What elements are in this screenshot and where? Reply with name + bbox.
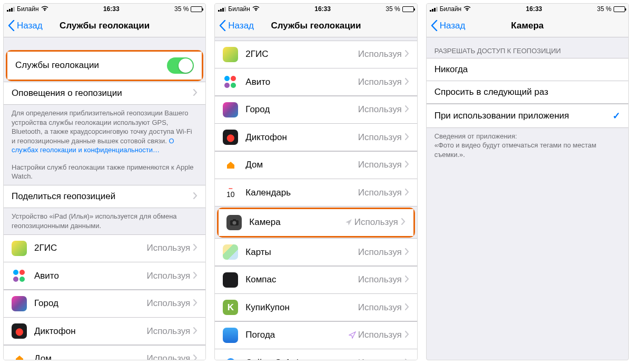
svg-point-3 [226, 358, 235, 360]
app-icon-diktofon: ⬤ [12, 323, 27, 339]
back-button[interactable]: Назад [8, 20, 43, 31]
app-row-2gis[interactable]: 2ГИСИспользуя [215, 41, 417, 68]
app-icon-dom [12, 351, 27, 360]
chevron-right-icon [193, 191, 197, 202]
app-icon-compass [223, 272, 238, 288]
status-time: 16:33 [103, 5, 120, 13]
battery-icon [614, 6, 625, 12]
chevron-right-icon [193, 298, 197, 309]
app-icon-camera [226, 215, 242, 230]
nav-bar: Назад Службы геолокации [215, 14, 417, 37]
chevron-right-icon [405, 132, 409, 143]
app-icon-gorod [223, 102, 238, 117]
screen-1: Билайн 16:33 35 % Назад Службы геолокаци… [3, 3, 206, 360]
carrier-label: Билайн [17, 5, 39, 13]
chevron-right-icon [193, 353, 197, 360]
chevron-right-icon [405, 247, 409, 258]
wifi-icon [252, 6, 260, 12]
footer-ipad: Устройство «iPad (Илья)» используется дл… [4, 208, 205, 234]
battery-pct: 35 % [174, 5, 189, 13]
app-icon-avito [12, 268, 27, 283]
app-row-kupikupon[interactable]: KКупиКупонИспользуя [215, 293, 417, 321]
toggle-label: Службы геолокации [15, 60, 167, 71]
chevron-right-icon [405, 188, 409, 198]
location-alerts-row[interactable]: Оповещения о геопозиции [4, 82, 205, 105]
app-icon-2gis [223, 47, 238, 62]
toggle-switch-on[interactable] [167, 57, 194, 74]
chevron-right-icon [405, 302, 409, 313]
nav-bar: Назад Камера [427, 14, 628, 37]
app-row-dom[interactable]: Дом Используя [4, 345, 205, 360]
app-row-calendar[interactable]: •••10КалендарьИспользуя [215, 179, 417, 206]
footer-watch: Настройки служб геолокации также применя… [4, 159, 205, 185]
chevron-right-icon [193, 243, 197, 253]
option-never[interactable]: Никогда [427, 58, 628, 81]
svg-point-1 [232, 221, 236, 225]
chevron-right-icon [405, 77, 409, 87]
highlight-camera-row: КамераИспользуя [217, 208, 414, 238]
chevron-right-icon [405, 104, 409, 115]
chevron-right-icon [405, 49, 409, 60]
signal-icon [430, 6, 438, 12]
screen-3: Билайн 16:33 35 % Назад Камера Разрешать… [426, 3, 629, 360]
app-icon-safari [223, 355, 238, 360]
checkmark-icon: ✓ [613, 110, 620, 122]
wifi-icon [41, 6, 48, 12]
battery-icon [191, 6, 202, 12]
signal-icon [218, 6, 226, 12]
app-row-maps[interactable]: КартыИспользуя [215, 238, 417, 266]
location-arrow-icon [349, 331, 356, 339]
app-icon-maps [223, 244, 238, 260]
back-button[interactable]: Назад [431, 20, 466, 31]
app-row-diktofon[interactable]: ⬤ДиктофонИспользуя [215, 123, 417, 151]
option-while-using[interactable]: При использовании приложения ✓ [427, 104, 628, 128]
app-icon-kupikupon: K [223, 300, 238, 315]
option-ask-next-time[interactable]: Спросить в следующий раз [427, 81, 628, 104]
status-bar: Билайн 16:33 35 % [215, 4, 417, 14]
app-row-camera[interactable]: КамераИспользуя [219, 209, 413, 236]
wifi-icon [463, 6, 471, 12]
chevron-right-icon [193, 326, 197, 337]
app-icon-diktofon: ⬤ [223, 130, 238, 145]
screen-2: Билайн 16:33 35 % Назад Службы геолокаци… [214, 3, 417, 360]
app-icon-avito [223, 74, 238, 90]
battery-icon [402, 6, 414, 12]
chevron-right-icon [193, 271, 197, 281]
highlight-location-toggle: Службы геолокации [6, 50, 203, 81]
location-services-toggle-row[interactable]: Службы геолокации [7, 52, 202, 80]
nav-bar: Назад Службы геолокации [4, 14, 205, 37]
chevron-right-icon [405, 274, 409, 285]
chevron-right-icon [405, 330, 409, 340]
app-row-diktofon[interactable]: ⬤ Диктофон Используя [4, 317, 205, 345]
chevron-right-icon [193, 88, 197, 99]
app-row-avito[interactable]: Авито Используя [4, 262, 205, 290]
back-button[interactable]: Назад [219, 20, 254, 31]
app-row-weather[interactable]: ПогодаИспользуя [215, 321, 417, 349]
status-bar: Билайн 16:33 35 % [4, 4, 205, 14]
app-provided-description: Сведения от приложения: «Фото и видео бу… [427, 128, 628, 164]
app-row-gorod[interactable]: ГородИспользуя [215, 96, 417, 124]
location-arrow-icon [345, 219, 352, 226]
app-row-avito[interactable]: АвитоИспользуя [215, 68, 417, 96]
signal-icon [7, 6, 15, 12]
share-location-row[interactable]: Поделиться геопозицией [4, 185, 205, 208]
app-row-compass[interactable]: КомпасИспользуя [215, 266, 417, 294]
app-icon-2gis [12, 241, 27, 256]
section-header-allow-access: Разрешать доступ к геопозиции [427, 37, 628, 58]
app-row-safari[interactable]: Сайты SafariИспользуя [215, 349, 417, 360]
status-bar: Билайн 16:33 35 % [427, 4, 628, 14]
footer-privacy: Для определения приблизительной геопозиц… [4, 105, 205, 159]
app-icon-gorod [12, 296, 27, 311]
svg-rect-2 [233, 219, 236, 221]
chevron-right-icon [405, 358, 409, 360]
back-label: Назад [17, 21, 43, 31]
app-icon-calendar: •••10 [223, 185, 238, 200]
app-icon-weather [223, 328, 238, 343]
app-row-2gis[interactable]: 2ГИС Используя [4, 234, 205, 262]
app-icon-dom [223, 158, 238, 173]
app-row-dom[interactable]: ДомИспользуя [215, 151, 417, 179]
app-row-gorod[interactable]: Город Используя [4, 290, 205, 318]
chevron-right-icon [401, 217, 406, 228]
chevron-right-icon [405, 160, 409, 170]
